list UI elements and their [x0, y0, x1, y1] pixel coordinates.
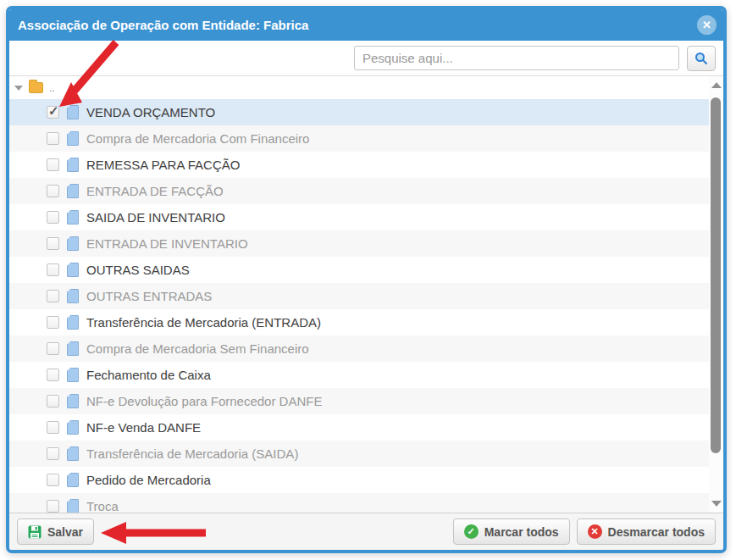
- tree-item-label: ENTRADA DE INVENTARIO: [86, 236, 248, 251]
- item-checkbox[interactable]: [47, 185, 59, 197]
- tree-item-label: ENTRADA DE FACÇÃO: [86, 184, 224, 198]
- search-icon: [694, 52, 708, 65]
- document-icon: [67, 315, 79, 330]
- item-checkbox[interactable]: [47, 211, 59, 224]
- item-checkbox[interactable]: [47, 316, 59, 329]
- tree-item-row[interactable]: VENDA ORÇAMENTO: [9, 99, 709, 125]
- tree-item-row[interactable]: Compra de Mercadoria Sem Financeiro: [9, 335, 709, 362]
- vertical-scrollbar[interactable]: [709, 76, 723, 513]
- item-checkbox[interactable]: [47, 132, 59, 145]
- scroll-down-icon[interactable]: [711, 501, 722, 507]
- document-icon: [67, 368, 79, 382]
- folder-icon: [29, 82, 43, 93]
- item-checkbox[interactable]: [47, 237, 59, 250]
- tree-item-row[interactable]: ENTRADA DE FACÇÃO: [9, 178, 709, 204]
- item-checkbox[interactable]: [47, 342, 59, 355]
- document-icon: [67, 473, 79, 487]
- association-dialog: Associação de Operação com Entidade: Fab…: [6, 6, 727, 553]
- operations-tree: .. VENDA ORÇAMENTO Compra de Mercadoria …: [9, 76, 723, 513]
- scrollbar-thumb[interactable]: [711, 97, 721, 453]
- tree-item-row[interactable]: NF-e Venda DANFE: [9, 414, 709, 441]
- tree-item-row[interactable]: SAIDA DE INVENTARIO: [9, 204, 709, 230]
- tree-root-label: ..: [49, 82, 55, 94]
- check-all-label: Marcar todos: [484, 525, 559, 539]
- tree-item-row[interactable]: Transferência de Mercadoria (SAIDA): [9, 441, 709, 467]
- tree-item-label: OUTRAS ENTRADAS: [86, 289, 212, 303]
- tree-item-label: SAIDA DE INVENTARIO: [86, 210, 225, 225]
- document-icon: [67, 210, 79, 225]
- tree-item-label: NF-e Devolução para Fornecedor DANFE: [86, 394, 322, 408]
- document-icon: [67, 499, 79, 513]
- tree-item-row[interactable]: REMESSA PARA FACÇÃO: [9, 152, 709, 178]
- document-icon: [67, 263, 79, 277]
- tree-item-row[interactable]: NF-e Devolução para Fornecedor DANFE: [9, 388, 709, 414]
- tree-item-row[interactable]: Troca: [9, 493, 709, 513]
- item-checkbox[interactable]: [47, 369, 59, 381]
- tree-item-row[interactable]: Compra de Mercadoria Com Financeiro: [9, 125, 709, 152]
- tree-item-label: Fechamento de Caixa: [86, 368, 211, 382]
- save-icon: [28, 525, 42, 539]
- tree-item-label: REMESSA PARA FACÇÃO: [86, 158, 240, 172]
- item-checkbox[interactable]: [47, 290, 59, 302]
- search-button[interactable]: [687, 46, 716, 71]
- uncheck-all-label: Desmarcar todos: [608, 525, 705, 539]
- dialog-header: Associação de Operação com Entidade: Fab…: [9, 9, 723, 41]
- tree-item-label: VENDA ORÇAMENTO: [86, 105, 215, 119]
- document-icon: [67, 341, 79, 356]
- collapse-arrow-icon[interactable]: [14, 86, 23, 91]
- tree-item-label: NF-e Venda DANFE: [86, 420, 201, 435]
- item-checkbox[interactable]: [47, 158, 59, 171]
- item-checkbox[interactable]: [47, 395, 59, 408]
- uncheck-all-button[interactable]: ✕ Desmarcar todos: [577, 518, 716, 545]
- document-icon: [67, 289, 79, 303]
- item-checkbox[interactable]: [47, 474, 59, 486]
- tree-root-row[interactable]: ..: [9, 76, 709, 99]
- tree-item-label: Compra de Mercadoria Sem Financeiro: [86, 341, 309, 356]
- search-input[interactable]: [354, 46, 679, 70]
- tree-item-row[interactable]: Pedido de Mercadoria: [9, 467, 709, 493]
- tree-item-row[interactable]: OUTRAS SAIDAS: [9, 257, 709, 283]
- item-checkbox[interactable]: [47, 500, 59, 513]
- dialog-title: Associação de Operação com Entidade: Fab…: [18, 18, 697, 32]
- document-icon: [67, 420, 79, 435]
- tree-item-label: Transferência de Mercadoria (ENTRADA): [86, 315, 321, 330]
- tree-item-row[interactable]: ENTRADA DE INVENTARIO: [9, 230, 709, 257]
- document-icon: [67, 184, 79, 198]
- item-checkbox[interactable]: [47, 106, 59, 119]
- item-checkbox[interactable]: [47, 447, 59, 460]
- cross-circle-icon: ✕: [588, 524, 602, 539]
- document-icon: [67, 105, 79, 119]
- check-circle-icon: ✓: [464, 524, 479, 539]
- tree-item-row[interactable]: Fechamento de Caixa: [9, 362, 709, 388]
- tree-item-label: Pedido de Mercadoria: [86, 473, 211, 487]
- tree-item-label: Transferência de Mercadoria (SAIDA): [86, 446, 298, 461]
- document-icon: [67, 236, 79, 251]
- close-icon[interactable]: ✕: [697, 15, 717, 35]
- save-button-label: Salvar: [47, 525, 83, 539]
- search-toolbar: [9, 41, 723, 76]
- item-checkbox[interactable]: [47, 263, 59, 276]
- document-icon: [67, 131, 79, 146]
- document-icon: [67, 446, 79, 461]
- tree-item-label: Troca: [86, 499, 119, 513]
- check-all-button[interactable]: ✓ Marcar todos: [453, 518, 570, 545]
- item-checkbox[interactable]: [47, 421, 59, 434]
- save-button[interactable]: Salvar: [17, 518, 94, 545]
- document-icon: [67, 158, 79, 172]
- tree-item-label: OUTRAS SAIDAS: [86, 263, 190, 277]
- scroll-up-icon[interactable]: [711, 82, 722, 88]
- tree-item-row[interactable]: Transferência de Mercadoria (ENTRADA): [9, 309, 709, 335]
- dialog-footer: Salvar ✓ Marcar todos ✕ Desmarcar todos: [9, 513, 723, 550]
- tree-item-label: Compra de Mercadoria Com Financeiro: [86, 131, 309, 146]
- tree-item-row[interactable]: OUTRAS ENTRADAS: [9, 283, 709, 309]
- document-icon: [67, 394, 79, 408]
